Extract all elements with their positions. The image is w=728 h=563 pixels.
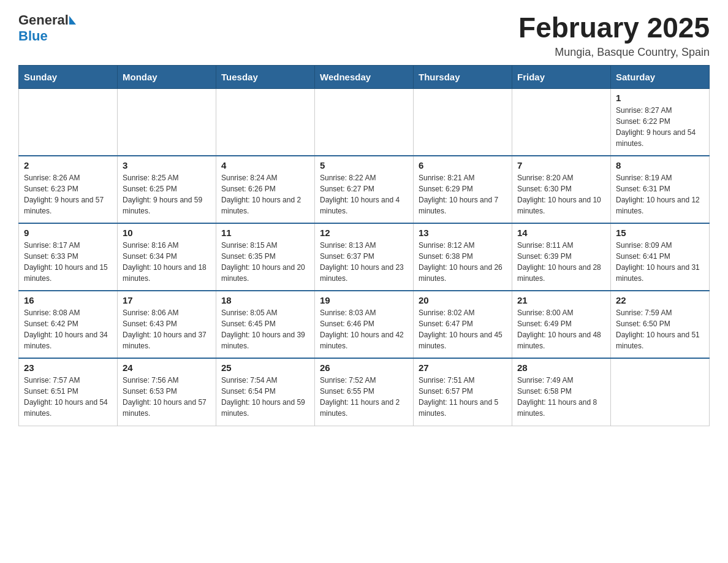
day-number: 7 [517,160,605,170]
calendar-cell: 8Sunrise: 8:19 AM Sunset: 6:31 PM Daylig… [611,156,710,223]
calendar-cell: 10Sunrise: 8:16 AM Sunset: 6:34 PM Dayli… [118,223,216,291]
day-info: Sunrise: 8:19 AM Sunset: 6:31 PM Dayligh… [616,172,704,216]
day-info: Sunrise: 8:09 AM Sunset: 6:41 PM Dayligh… [616,240,704,284]
calendar-cell: 15Sunrise: 8:09 AM Sunset: 6:41 PM Dayli… [611,223,710,291]
day-number: 20 [419,295,507,305]
day-info: Sunrise: 8:21 AM Sunset: 6:29 PM Dayligh… [419,172,507,216]
calendar-cell: 22Sunrise: 7:59 AM Sunset: 6:50 PM Dayli… [611,291,710,358]
logo: General Blue [18,12,76,44]
day-info: Sunrise: 8:17 AM Sunset: 6:33 PM Dayligh… [24,240,112,284]
calendar-week-row: 1Sunrise: 8:27 AM Sunset: 6:22 PM Daylig… [19,88,710,156]
calendar-cell: 28Sunrise: 7:49 AM Sunset: 6:58 PM Dayli… [512,358,611,426]
calendar-cell [315,88,414,156]
day-number: 28 [517,362,605,373]
calendar-cell [216,88,315,156]
day-number: 11 [221,228,309,238]
calendar-cell: 1Sunrise: 8:27 AM Sunset: 6:22 PM Daylig… [611,88,710,156]
day-info: Sunrise: 8:13 AM Sunset: 6:37 PM Dayligh… [320,240,408,284]
calendar-cell: 21Sunrise: 8:00 AM Sunset: 6:49 PM Dayli… [512,291,611,358]
day-info: Sunrise: 8:20 AM Sunset: 6:30 PM Dayligh… [517,172,605,216]
day-info: Sunrise: 8:02 AM Sunset: 6:47 PM Dayligh… [419,307,507,351]
logo-blue: Blue [18,28,48,44]
calendar-cell: 4Sunrise: 8:24 AM Sunset: 6:26 PM Daylig… [216,156,315,223]
day-header-friday: Friday [512,65,611,88]
title-section: February 2025 Mungia, Basque Country, Sp… [518,12,710,59]
day-info: Sunrise: 8:25 AM Sunset: 6:25 PM Dayligh… [123,172,211,216]
day-info: Sunrise: 8:05 AM Sunset: 6:45 PM Dayligh… [221,307,309,351]
day-number: 17 [123,295,211,305]
day-number: 25 [221,362,309,373]
day-header-sunday: Sunday [19,65,118,88]
logo-triangle-icon [69,16,76,25]
calendar-week-row: 23Sunrise: 7:57 AM Sunset: 6:51 PM Dayli… [19,358,710,426]
day-info: Sunrise: 8:24 AM Sunset: 6:26 PM Dayligh… [221,172,309,216]
day-number: 18 [221,295,309,305]
calendar-cell: 3Sunrise: 8:25 AM Sunset: 6:25 PM Daylig… [118,156,216,223]
day-number: 14 [517,228,605,238]
calendar-cell [414,88,512,156]
page-subtitle: Mungia, Basque Country, Spain [518,46,710,59]
day-number: 6 [419,160,507,170]
day-header-thursday: Thursday [414,65,512,88]
day-info: Sunrise: 8:08 AM Sunset: 6:42 PM Dayligh… [24,307,112,351]
calendar-cell: 20Sunrise: 8:02 AM Sunset: 6:47 PM Dayli… [414,291,512,358]
day-number: 27 [419,362,507,373]
calendar-cell: 2Sunrise: 8:26 AM Sunset: 6:23 PM Daylig… [19,156,118,223]
calendar-cell: 13Sunrise: 8:12 AM Sunset: 6:38 PM Dayli… [414,223,512,291]
calendar-week-row: 16Sunrise: 8:08 AM Sunset: 6:42 PM Dayli… [19,291,710,358]
calendar-cell: 18Sunrise: 8:05 AM Sunset: 6:45 PM Dayli… [216,291,315,358]
day-info: Sunrise: 7:59 AM Sunset: 6:50 PM Dayligh… [616,307,704,351]
day-header-monday: Monday [118,65,216,88]
day-number: 15 [616,228,704,238]
day-number: 4 [221,160,309,170]
day-number: 24 [123,362,211,373]
calendar-cell: 25Sunrise: 7:54 AM Sunset: 6:54 PM Dayli… [216,358,315,426]
day-header-saturday: Saturday [611,65,710,88]
day-number: 8 [616,160,704,170]
day-info: Sunrise: 7:49 AM Sunset: 6:58 PM Dayligh… [517,375,605,419]
day-header-tuesday: Tuesday [216,65,315,88]
day-info: Sunrise: 7:51 AM Sunset: 6:57 PM Dayligh… [419,375,507,419]
day-info: Sunrise: 7:56 AM Sunset: 6:53 PM Dayligh… [123,375,211,419]
logo-general: General [18,12,69,28]
calendar-cell: 23Sunrise: 7:57 AM Sunset: 6:51 PM Dayli… [19,358,118,426]
day-info: Sunrise: 8:27 AM Sunset: 6:22 PM Dayligh… [616,105,704,149]
day-info: Sunrise: 8:16 AM Sunset: 6:34 PM Dayligh… [123,240,211,284]
day-number: 16 [24,295,112,305]
day-info: Sunrise: 8:26 AM Sunset: 6:23 PM Dayligh… [24,172,112,216]
day-number: 12 [320,228,408,238]
calendar-table: SundayMondayTuesdayWednesdayThursdayFrid… [18,65,710,426]
day-number: 13 [419,228,507,238]
day-number: 10 [123,228,211,238]
day-info: Sunrise: 8:15 AM Sunset: 6:35 PM Dayligh… [221,240,309,284]
calendar-cell [512,88,611,156]
calendar-cell: 27Sunrise: 7:51 AM Sunset: 6:57 PM Dayli… [414,358,512,426]
day-number: 9 [24,228,112,238]
day-number: 21 [517,295,605,305]
calendar-cell [19,88,118,156]
day-info: Sunrise: 8:11 AM Sunset: 6:39 PM Dayligh… [517,240,605,284]
calendar-cell: 11Sunrise: 8:15 AM Sunset: 6:35 PM Dayli… [216,223,315,291]
calendar-cell: 19Sunrise: 8:03 AM Sunset: 6:46 PM Dayli… [315,291,414,358]
day-number: 1 [616,93,704,103]
calendar-cell: 26Sunrise: 7:52 AM Sunset: 6:55 PM Dayli… [315,358,414,426]
calendar-week-row: 2Sunrise: 8:26 AM Sunset: 6:23 PM Daylig… [19,156,710,223]
calendar-cell: 14Sunrise: 8:11 AM Sunset: 6:39 PM Dayli… [512,223,611,291]
day-number: 23 [24,362,112,373]
calendar-cell: 6Sunrise: 8:21 AM Sunset: 6:29 PM Daylig… [414,156,512,223]
calendar-cell: 5Sunrise: 8:22 AM Sunset: 6:27 PM Daylig… [315,156,414,223]
calendar-header-row: SundayMondayTuesdayWednesdayThursdayFrid… [19,65,710,88]
day-info: Sunrise: 7:54 AM Sunset: 6:54 PM Dayligh… [221,375,309,419]
day-number: 19 [320,295,408,305]
calendar-cell: 9Sunrise: 8:17 AM Sunset: 6:33 PM Daylig… [19,223,118,291]
day-info: Sunrise: 8:12 AM Sunset: 6:38 PM Dayligh… [419,240,507,284]
page-title: February 2025 [518,12,710,44]
day-info: Sunrise: 8:06 AM Sunset: 6:43 PM Dayligh… [123,307,211,351]
day-info: Sunrise: 8:00 AM Sunset: 6:49 PM Dayligh… [517,307,605,351]
day-info: Sunrise: 8:03 AM Sunset: 6:46 PM Dayligh… [320,307,408,351]
calendar-cell: 7Sunrise: 8:20 AM Sunset: 6:30 PM Daylig… [512,156,611,223]
calendar-cell [611,358,710,426]
day-number: 26 [320,362,408,373]
day-info: Sunrise: 8:22 AM Sunset: 6:27 PM Dayligh… [320,172,408,216]
calendar-cell: 12Sunrise: 8:13 AM Sunset: 6:37 PM Dayli… [315,223,414,291]
